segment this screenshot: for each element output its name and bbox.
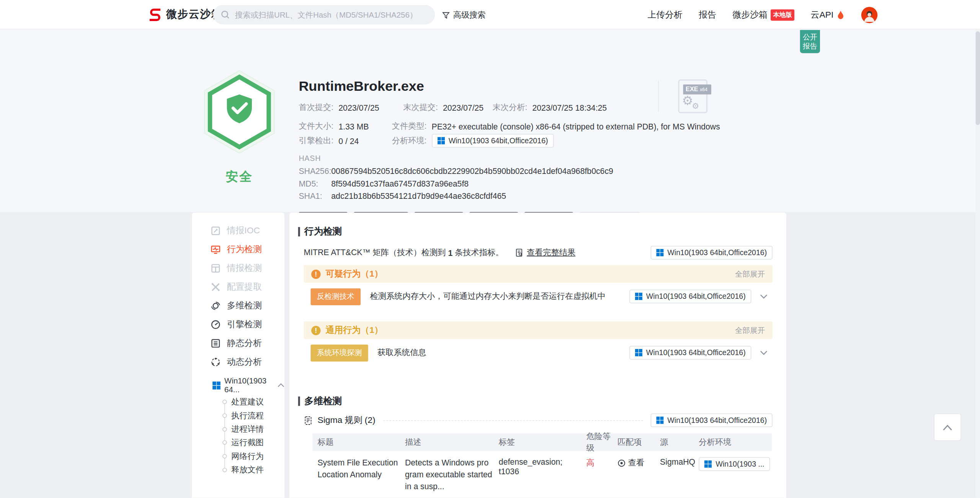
safe-shield-icon	[199, 68, 280, 162]
scan-cycle-icon	[211, 301, 220, 311]
windows-icon	[635, 293, 642, 300]
last-analysis-date: 2023/07/25 18:34:25	[532, 103, 607, 112]
nav-sandbox[interactable]: 微步沙箱 本地版	[732, 9, 794, 20]
search-input[interactable]	[235, 10, 423, 19]
env-chip[interactable]: Win10(1903 64bit,Office2016)	[650, 246, 773, 260]
meta-row-dates: 首次提交:2023/07/25 末次提交:2023/07/25 末次分析:202…	[299, 102, 607, 113]
scrollbar-thumb[interactable]	[976, 31, 980, 125]
sidebar-item-config-extraction[interactable]: 配置提取	[192, 278, 284, 297]
sidebar-env-group[interactable]: Win10(1903 64...	[192, 378, 284, 393]
dotted-divider	[383, 420, 643, 421]
technique-tag: 反检测技术	[310, 288, 361, 305]
windows-icon	[656, 249, 664, 257]
exe-file-icon: EXE x64 ⚙ ⚙	[678, 79, 707, 113]
search-icon	[220, 10, 230, 19]
analysis-env-chip[interactable]: Win10(1903 64bit,Office2016)	[432, 134, 554, 147]
sidebar-subitem-disposal-advice[interactable]: 处置建议	[192, 395, 284, 409]
behavior-monitor-icon	[211, 244, 220, 254]
chevron-down-icon[interactable]	[760, 350, 768, 355]
sidebar-item-multidim-detection[interactable]: 多维检测	[192, 297, 284, 315]
env-chip[interactable]: Win10(1903 64bit,Office2016)	[629, 290, 751, 303]
sidebar-subitem-run-screenshots[interactable]: 运行截图	[192, 436, 284, 449]
table-header-row: 标题 描述 标签 危险等级 匹配项 源 分析环境	[312, 433, 772, 451]
sidebar-item-dynamic-analysis[interactable]: 动态分析	[192, 353, 284, 372]
public-report-ribbon[interactable]: 公开 报告	[800, 30, 820, 53]
windows-icon	[437, 137, 445, 145]
search-bar[interactable]	[213, 5, 435, 25]
advanced-search-button[interactable]: 高级搜索	[442, 9, 485, 20]
alert-icon: !	[311, 269, 320, 278]
env-chip[interactable]: Win10(1903 64bit,Office2016)	[650, 413, 773, 427]
rule-description: Detects a Windows program executable sta…	[405, 457, 499, 492]
windows-icon	[635, 349, 642, 357]
sidebar-subitem-process-details[interactable]: 进程详情	[192, 423, 284, 436]
sidebar-item-static-analysis[interactable]: 静态分析	[192, 334, 284, 353]
sigma-rules-row: Sigma 规则 (2) Win10(1903 64bit,Office2016…	[304, 413, 772, 427]
env-chip[interactable]: Win10(1903 ...	[699, 457, 770, 471]
back-to-top-button[interactable]	[934, 413, 961, 441]
severity-badge: 高	[586, 457, 617, 468]
hash-section-title: HASH	[299, 154, 321, 163]
windows-icon	[704, 460, 712, 468]
chevron-down-icon[interactable]	[760, 294, 768, 299]
alert-icon: !	[311, 326, 320, 335]
engine-detection: 0 / 24	[338, 136, 359, 145]
env-chip[interactable]: Win10(1903 64bit,Office2016)	[629, 346, 751, 360]
windows-icon	[656, 416, 664, 424]
first-submit-date: 2023/07/25	[338, 103, 379, 112]
sigma-rules-title: Sigma 规则 (2)	[317, 414, 375, 426]
nav-upload-analysis[interactable]: 上传分析	[647, 9, 682, 20]
generic-behavior-header: ! 通用行为（1） 全部展开	[304, 321, 772, 339]
sidebar-env-sublist: 处置建议 执行流程 进程详情 运行截图 网络行为 释放文件	[192, 395, 284, 477]
panels-icon	[211, 263, 220, 273]
sidebar-item-intel-ioc[interactable]: 情报IOC	[192, 221, 284, 240]
meta-row-file: 文件大小:1.33 MB 文件类型:PE32+ executable (cons…	[299, 121, 720, 132]
sidebar-subitem-dropped-files[interactable]: 释放文件	[192, 463, 284, 477]
sidebar-subitem-execution-flow[interactable]: 执行流程	[192, 409, 284, 422]
tools-icon	[211, 282, 220, 292]
sidebar-subitem-network-behavior[interactable]: 网络行为	[192, 449, 284, 463]
report-main: 行为检测 MITRE ATT&CK™ 矩阵（技术）检测到 1 条技术指标。 查看…	[289, 213, 786, 498]
local-version-badge: 本地版	[771, 9, 794, 20]
top-navbar: 微步云沙箱 高级搜索 上传分析 报告 微步沙箱 本地版 云API	[0, 0, 980, 29]
rule-title: System File Execution Location Anomaly	[312, 457, 405, 481]
view-full-results-link[interactable]: 查看完整结果	[515, 247, 575, 258]
sidebar-item-behavior-detection[interactable]: 行为检测	[192, 240, 284, 259]
technique-tag: 系统环境探测	[310, 344, 368, 361]
gear-icon: ⚙	[692, 102, 699, 110]
scrollbar-track[interactable]	[976, 29, 980, 498]
sidebar-item-intel-detection[interactable]: 情报检测	[192, 259, 284, 278]
sigma-rules-table: 标题 描述 标签 危险等级 匹配项 源 分析环境 System File Exe…	[312, 433, 772, 498]
page: 微步云沙箱 高级搜索 上传分析 报告 微步沙箱 本地版 云API	[0, 0, 980, 498]
meta-row-engine: 引擎检出:0 / 24 分析环境: Win10(1903 64bit,Offic…	[299, 134, 554, 147]
expand-all-link[interactable]: 全部展开	[735, 325, 765, 336]
last-submit-date: 2023/07/25	[443, 103, 483, 112]
report-body: 情报IOC 行为检测 情报检测 配置提取 多维检测 引擎检测	[0, 212, 980, 498]
nav-reports[interactable]: 报告	[699, 9, 716, 20]
rule-tags: defense_evasion; t1036	[499, 457, 586, 476]
user-avatar[interactable]	[861, 7, 877, 23]
doc-search-icon	[515, 248, 524, 257]
report-sidebar: 情报IOC 行为检测 情报检测 配置提取 多维检测 引擎检测	[192, 213, 284, 498]
gear-icon: ⚙	[682, 95, 693, 107]
expand-all-link[interactable]: 全部展开	[735, 269, 765, 279]
suspicious-behavior-header: ! 可疑行为（1） 全部展开	[304, 265, 772, 283]
edit-square-icon	[211, 226, 220, 236]
list-icon	[211, 338, 220, 348]
view-matches-link[interactable]: 查看	[617, 457, 660, 468]
mitre-summary-row: MITRE ATT&CK™ 矩阵（技术）检测到 1 条技术指标。 查看完整结果 …	[304, 246, 772, 260]
nav-cloud-api[interactable]: 云API	[811, 9, 845, 20]
behavior-row[interactable]: 系统环境探测 获取系统信息 Win10(1903 64bit,Office201…	[304, 339, 772, 367]
md5-value: 8f594d591c37faa67457d837a96ea5f8	[331, 179, 469, 188]
sidebar-item-engine-detection[interactable]: 引擎检测	[192, 315, 284, 334]
multidim-section-title: 多维检测	[298, 395, 786, 407]
target-circle-icon	[617, 459, 626, 467]
vertical-divider	[658, 81, 659, 112]
brand-logo[interactable]: 微步云沙箱	[148, 7, 222, 21]
threatbook-logo-icon	[148, 7, 162, 21]
collapse-caret-icon[interactable]	[278, 383, 284, 388]
behavior-section-title: 行为检测	[298, 226, 786, 238]
flame-icon	[836, 10, 845, 20]
file-name-title: RuntimeBroker.exe	[299, 78, 424, 94]
behavior-row[interactable]: 反检测技术 检测系统内存大小，可能通过内存大小来判断是否运行在虚拟机中 Win1…	[304, 283, 772, 310]
